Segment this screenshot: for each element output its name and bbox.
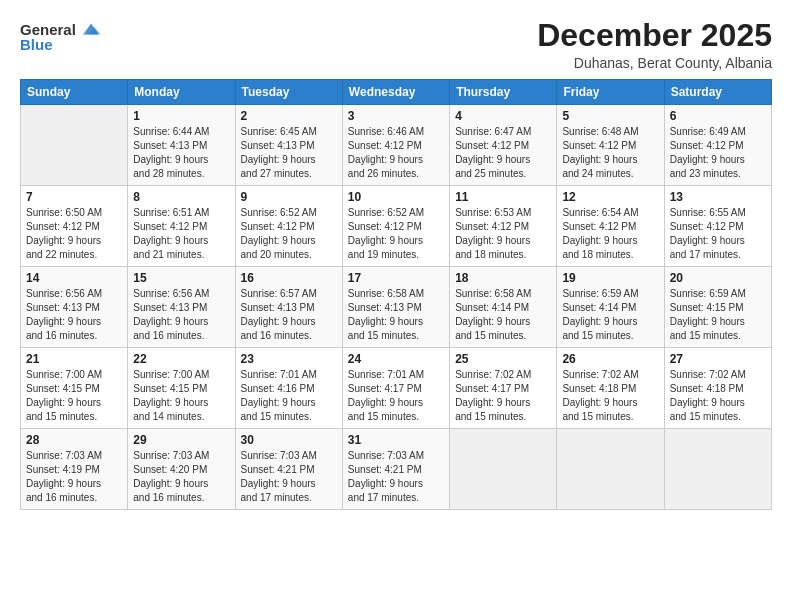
day-number: 29 bbox=[133, 433, 229, 447]
calendar-cell: 5Sunrise: 6:48 AM Sunset: 4:12 PM Daylig… bbox=[557, 105, 664, 186]
weekday-header-tuesday: Tuesday bbox=[235, 80, 342, 105]
calendar-cell: 1Sunrise: 6:44 AM Sunset: 4:13 PM Daylig… bbox=[128, 105, 235, 186]
day-number: 25 bbox=[455, 352, 551, 366]
calendar-cell: 20Sunrise: 6:59 AM Sunset: 4:15 PM Dayli… bbox=[664, 267, 771, 348]
calendar-cell: 29Sunrise: 7:03 AM Sunset: 4:20 PM Dayli… bbox=[128, 429, 235, 510]
calendar-cell: 27Sunrise: 7:02 AM Sunset: 4:18 PM Dayli… bbox=[664, 348, 771, 429]
day-number: 19 bbox=[562, 271, 658, 285]
calendar-week-row: 7Sunrise: 6:50 AM Sunset: 4:12 PM Daylig… bbox=[21, 186, 772, 267]
calendar-cell: 7Sunrise: 6:50 AM Sunset: 4:12 PM Daylig… bbox=[21, 186, 128, 267]
day-info: Sunrise: 6:46 AM Sunset: 4:12 PM Dayligh… bbox=[348, 125, 444, 181]
day-number: 31 bbox=[348, 433, 444, 447]
calendar-cell: 28Sunrise: 7:03 AM Sunset: 4:19 PM Dayli… bbox=[21, 429, 128, 510]
day-number: 20 bbox=[670, 271, 766, 285]
calendar-cell: 30Sunrise: 7:03 AM Sunset: 4:21 PM Dayli… bbox=[235, 429, 342, 510]
calendar-cell: 17Sunrise: 6:58 AM Sunset: 4:13 PM Dayli… bbox=[342, 267, 449, 348]
weekday-header-thursday: Thursday bbox=[450, 80, 557, 105]
day-number: 8 bbox=[133, 190, 229, 204]
day-number: 15 bbox=[133, 271, 229, 285]
day-number: 24 bbox=[348, 352, 444, 366]
day-number: 12 bbox=[562, 190, 658, 204]
day-number: 30 bbox=[241, 433, 337, 447]
day-info: Sunrise: 7:03 AM Sunset: 4:19 PM Dayligh… bbox=[26, 449, 122, 505]
page-header: General Blue December 2025 Duhanas, Bera… bbox=[20, 18, 772, 71]
calendar-week-row: 14Sunrise: 6:56 AM Sunset: 4:13 PM Dayli… bbox=[21, 267, 772, 348]
calendar-cell: 14Sunrise: 6:56 AM Sunset: 4:13 PM Dayli… bbox=[21, 267, 128, 348]
day-info: Sunrise: 6:50 AM Sunset: 4:12 PM Dayligh… bbox=[26, 206, 122, 262]
day-info: Sunrise: 7:00 AM Sunset: 4:15 PM Dayligh… bbox=[133, 368, 229, 424]
title-block: December 2025 Duhanas, Berat County, Alb… bbox=[537, 18, 772, 71]
day-number: 1 bbox=[133, 109, 229, 123]
day-info: Sunrise: 7:00 AM Sunset: 4:15 PM Dayligh… bbox=[26, 368, 122, 424]
calendar-cell: 11Sunrise: 6:53 AM Sunset: 4:12 PM Dayli… bbox=[450, 186, 557, 267]
calendar-cell: 15Sunrise: 6:56 AM Sunset: 4:13 PM Dayli… bbox=[128, 267, 235, 348]
day-number: 28 bbox=[26, 433, 122, 447]
day-number: 7 bbox=[26, 190, 122, 204]
day-number: 9 bbox=[241, 190, 337, 204]
calendar-week-row: 1Sunrise: 6:44 AM Sunset: 4:13 PM Daylig… bbox=[21, 105, 772, 186]
day-info: Sunrise: 7:01 AM Sunset: 4:17 PM Dayligh… bbox=[348, 368, 444, 424]
day-info: Sunrise: 7:03 AM Sunset: 4:21 PM Dayligh… bbox=[348, 449, 444, 505]
day-info: Sunrise: 6:52 AM Sunset: 4:12 PM Dayligh… bbox=[348, 206, 444, 262]
calendar-cell bbox=[21, 105, 128, 186]
month-title: December 2025 bbox=[537, 18, 772, 53]
calendar-cell bbox=[450, 429, 557, 510]
weekday-header-monday: Monday bbox=[128, 80, 235, 105]
day-number: 3 bbox=[348, 109, 444, 123]
day-info: Sunrise: 6:44 AM Sunset: 4:13 PM Dayligh… bbox=[133, 125, 229, 181]
calendar-cell: 24Sunrise: 7:01 AM Sunset: 4:17 PM Dayli… bbox=[342, 348, 449, 429]
weekday-header-wednesday: Wednesday bbox=[342, 80, 449, 105]
calendar-cell: 4Sunrise: 6:47 AM Sunset: 4:12 PM Daylig… bbox=[450, 105, 557, 186]
day-info: Sunrise: 7:03 AM Sunset: 4:20 PM Dayligh… bbox=[133, 449, 229, 505]
calendar-cell: 6Sunrise: 6:49 AM Sunset: 4:12 PM Daylig… bbox=[664, 105, 771, 186]
calendar-cell: 22Sunrise: 7:00 AM Sunset: 4:15 PM Dayli… bbox=[128, 348, 235, 429]
day-info: Sunrise: 7:01 AM Sunset: 4:16 PM Dayligh… bbox=[241, 368, 337, 424]
calendar-cell: 9Sunrise: 6:52 AM Sunset: 4:12 PM Daylig… bbox=[235, 186, 342, 267]
day-info: Sunrise: 7:02 AM Sunset: 4:17 PM Dayligh… bbox=[455, 368, 551, 424]
day-number: 14 bbox=[26, 271, 122, 285]
day-info: Sunrise: 6:55 AM Sunset: 4:12 PM Dayligh… bbox=[670, 206, 766, 262]
weekday-header-sunday: Sunday bbox=[21, 80, 128, 105]
day-number: 10 bbox=[348, 190, 444, 204]
calendar-cell: 8Sunrise: 6:51 AM Sunset: 4:12 PM Daylig… bbox=[128, 186, 235, 267]
calendar-cell bbox=[664, 429, 771, 510]
calendar-cell: 18Sunrise: 6:58 AM Sunset: 4:14 PM Dayli… bbox=[450, 267, 557, 348]
day-number: 16 bbox=[241, 271, 337, 285]
day-info: Sunrise: 6:59 AM Sunset: 4:15 PM Dayligh… bbox=[670, 287, 766, 343]
calendar-cell: 3Sunrise: 6:46 AM Sunset: 4:12 PM Daylig… bbox=[342, 105, 449, 186]
day-info: Sunrise: 6:53 AM Sunset: 4:12 PM Dayligh… bbox=[455, 206, 551, 262]
day-info: Sunrise: 6:56 AM Sunset: 4:13 PM Dayligh… bbox=[133, 287, 229, 343]
calendar-week-row: 28Sunrise: 7:03 AM Sunset: 4:19 PM Dayli… bbox=[21, 429, 772, 510]
day-number: 17 bbox=[348, 271, 444, 285]
day-number: 21 bbox=[26, 352, 122, 366]
day-info: Sunrise: 7:03 AM Sunset: 4:21 PM Dayligh… bbox=[241, 449, 337, 505]
day-info: Sunrise: 7:02 AM Sunset: 4:18 PM Dayligh… bbox=[562, 368, 658, 424]
weekday-header-saturday: Saturday bbox=[664, 80, 771, 105]
calendar-cell bbox=[557, 429, 664, 510]
calendar-cell: 19Sunrise: 6:59 AM Sunset: 4:14 PM Dayli… bbox=[557, 267, 664, 348]
day-info: Sunrise: 6:51 AM Sunset: 4:12 PM Dayligh… bbox=[133, 206, 229, 262]
calendar-cell: 25Sunrise: 7:02 AM Sunset: 4:17 PM Dayli… bbox=[450, 348, 557, 429]
calendar-cell: 21Sunrise: 7:00 AM Sunset: 4:15 PM Dayli… bbox=[21, 348, 128, 429]
calendar-cell: 13Sunrise: 6:55 AM Sunset: 4:12 PM Dayli… bbox=[664, 186, 771, 267]
day-number: 26 bbox=[562, 352, 658, 366]
day-info: Sunrise: 6:54 AM Sunset: 4:12 PM Dayligh… bbox=[562, 206, 658, 262]
day-info: Sunrise: 6:47 AM Sunset: 4:12 PM Dayligh… bbox=[455, 125, 551, 181]
calendar-cell: 2Sunrise: 6:45 AM Sunset: 4:13 PM Daylig… bbox=[235, 105, 342, 186]
calendar-cell: 26Sunrise: 7:02 AM Sunset: 4:18 PM Dayli… bbox=[557, 348, 664, 429]
day-number: 27 bbox=[670, 352, 766, 366]
location-subtitle: Duhanas, Berat County, Albania bbox=[537, 55, 772, 71]
calendar-cell: 16Sunrise: 6:57 AM Sunset: 4:13 PM Dayli… bbox=[235, 267, 342, 348]
day-info: Sunrise: 6:48 AM Sunset: 4:12 PM Dayligh… bbox=[562, 125, 658, 181]
weekday-header-friday: Friday bbox=[557, 80, 664, 105]
day-number: 18 bbox=[455, 271, 551, 285]
calendar-cell: 23Sunrise: 7:01 AM Sunset: 4:16 PM Dayli… bbox=[235, 348, 342, 429]
day-info: Sunrise: 6:58 AM Sunset: 4:13 PM Dayligh… bbox=[348, 287, 444, 343]
day-number: 11 bbox=[455, 190, 551, 204]
calendar-cell: 10Sunrise: 6:52 AM Sunset: 4:12 PM Dayli… bbox=[342, 186, 449, 267]
day-number: 23 bbox=[241, 352, 337, 366]
weekday-header-row: SundayMondayTuesdayWednesdayThursdayFrid… bbox=[21, 80, 772, 105]
calendar-table: SundayMondayTuesdayWednesdayThursdayFrid… bbox=[20, 79, 772, 510]
logo-blue-text: Blue bbox=[20, 36, 102, 53]
day-info: Sunrise: 6:56 AM Sunset: 4:13 PM Dayligh… bbox=[26, 287, 122, 343]
